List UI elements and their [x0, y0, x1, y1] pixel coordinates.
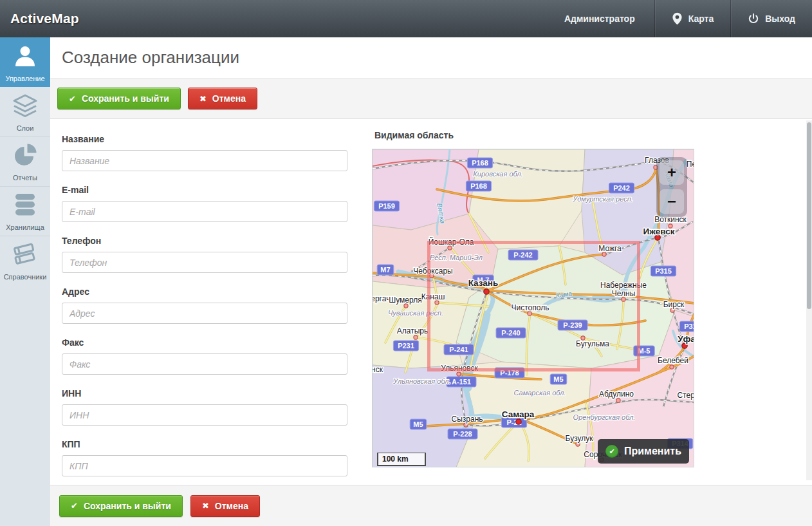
road-badge: Р315 [651, 266, 676, 276]
road-badge: А-151 [447, 377, 476, 387]
sidebar-item-справочники[interactable]: Справочники [0, 236, 50, 285]
cross-icon: ✖ [202, 502, 209, 510]
svg-text:Р168: Р168 [470, 182, 487, 190]
input-кпп[interactable] [62, 455, 347, 476]
field-group: КПП [62, 439, 347, 476]
svg-text:Р-228: Р-228 [453, 430, 472, 438]
field-group: Телефон [62, 236, 347, 273]
map-zoom-control: + − [656, 157, 687, 217]
svg-text:А-151: А-151 [452, 378, 471, 386]
check-circle-icon: ✔ [605, 445, 618, 458]
sidebar-item-label: Слои [17, 124, 34, 132]
main-panel: Создание организации ✔ Сохранить и выйти… [50, 37, 812, 526]
cancel-button-bottom[interactable]: ✖ Отмена [190, 495, 260, 517]
input-e-mail[interactable] [62, 201, 347, 222]
sidebar-item-label: Хранилища [6, 223, 44, 231]
svg-text:М7: М7 [380, 266, 390, 274]
app-logo: ActiveMap [10, 11, 79, 26]
region-label: Оренбургская обл. [573, 413, 636, 421]
sidebar-item-слои[interactable]: Слои [0, 87, 50, 136]
input-факс[interactable] [62, 353, 347, 375]
city-label: Пермь [687, 160, 694, 169]
user-icon [12, 43, 38, 71]
activemap-admin-page: ActiveMap Администратор Карта Выход Упра… [0, 0, 812, 526]
sidebar-item-отчеты[interactable]: Отчеты [0, 136, 50, 186]
city-dot [682, 343, 687, 348]
zoom-out-button[interactable]: − [660, 189, 684, 214]
city-label: Бирск [663, 300, 685, 309]
map-canvas[interactable]: КамаКамаВятка Р168Р168Р242Р159М7Р315Р-24… [372, 149, 694, 467]
current-user-label: Администратор [548, 0, 654, 37]
input-адрес[interactable] [62, 303, 347, 324]
visible-area-section: Видимая область [372, 130, 695, 467]
svg-text:М5: М5 [553, 375, 563, 383]
zoom-in-button[interactable]: + [660, 160, 684, 185]
map-scale-bar: 100 km [377, 453, 426, 466]
sidebar-nav: УправлениеСлоиОтчетыХранилищаСправочники [0, 37, 50, 526]
road-badge: Р-228 [448, 429, 477, 439]
sidebar-item-управление[interactable]: Управление [0, 37, 50, 87]
city-label: Уфа [678, 334, 694, 344]
map-pin-icon [672, 12, 683, 25]
town-dot [670, 365, 674, 369]
input-название[interactable] [62, 150, 347, 171]
books-icon [11, 241, 39, 270]
road-badge: Р168 [466, 181, 491, 191]
field-label: ИНН [62, 388, 347, 399]
organization-form: НазваниеE-mailТелефонАдресФаксИННКПП [62, 134, 347, 481]
input-телефон[interactable] [62, 252, 347, 273]
road-badge: Р315 [679, 321, 694, 332]
scrollbar-thumb[interactable] [807, 122, 811, 309]
svg-text:Р315: Р315 [684, 323, 694, 330]
cross-icon: ✖ [199, 95, 207, 103]
save-and-exit-button-bottom[interactable]: ✔ Сохранить и выйти [59, 495, 183, 517]
cancel-button[interactable]: ✖ Отмена [188, 88, 257, 109]
visible-area-selection[interactable] [427, 241, 640, 371]
region-label: Самарская обл. [513, 389, 566, 397]
city-label: Сергач [373, 294, 390, 303]
region-label: Кировская обл. [473, 170, 522, 178]
city-label: Самара [502, 409, 535, 419]
page-title: Создание организации [62, 48, 239, 68]
map-link[interactable]: Карта [655, 0, 731, 37]
city-label: Абдулино [599, 390, 634, 399]
save-and-exit-button[interactable]: ✔ Сохранить и выйти [57, 88, 181, 109]
city-label: Белебей [658, 356, 688, 365]
apply-button[interactable]: ✔ Применить [598, 439, 689, 464]
sidebar-item-label: Управление [5, 75, 44, 82]
input-инн[interactable] [62, 404, 347, 426]
svg-text:Р315: Р315 [655, 267, 672, 275]
road-badge: М7 [377, 265, 394, 275]
field-label: Название [62, 134, 347, 144]
road-badge: Р159 [374, 201, 399, 211]
field-group: ИНН [62, 388, 347, 426]
city-label: нск [373, 365, 383, 374]
city-label: Стерлитамак [678, 391, 694, 400]
field-group: E-mail [62, 185, 347, 222]
field-label: Адрес [62, 286, 347, 297]
sidebar-item-хранилища[interactable]: Хранилища [0, 186, 50, 236]
database-icon [13, 192, 37, 220]
region-label: Ульяновская обл. [392, 377, 450, 385]
road-badge: М5 [550, 374, 567, 384]
field-label: Телефон [62, 236, 347, 246]
road-badge: Р242 [609, 183, 634, 193]
city-label: Алатырь [397, 326, 428, 335]
svg-text:Р242: Р242 [613, 184, 630, 192]
logout-button[interactable]: Выход [731, 0, 812, 37]
town-dot [414, 335, 418, 339]
visible-area-label: Видимая область [374, 130, 695, 140]
check-icon: ✔ [69, 95, 76, 103]
field-group: Название [62, 134, 347, 171]
city-dot [516, 419, 521, 424]
layers-icon [11, 93, 39, 121]
field-group: Адрес [62, 286, 347, 324]
region-label: Удмуртская респ. [572, 195, 633, 203]
city-label: Бузулук [566, 434, 594, 443]
svg-text:Р159: Р159 [378, 202, 395, 210]
city-label: Сызрань [451, 415, 483, 424]
vertical-scrollbar[interactable] [806, 120, 812, 480]
svg-text:Р231: Р231 [398, 342, 414, 350]
content-area: НазваниеE-mailТелефонАдресФаксИННКПП Вид… [50, 120, 812, 481]
sidebar-item-label: Справочники [4, 273, 47, 281]
